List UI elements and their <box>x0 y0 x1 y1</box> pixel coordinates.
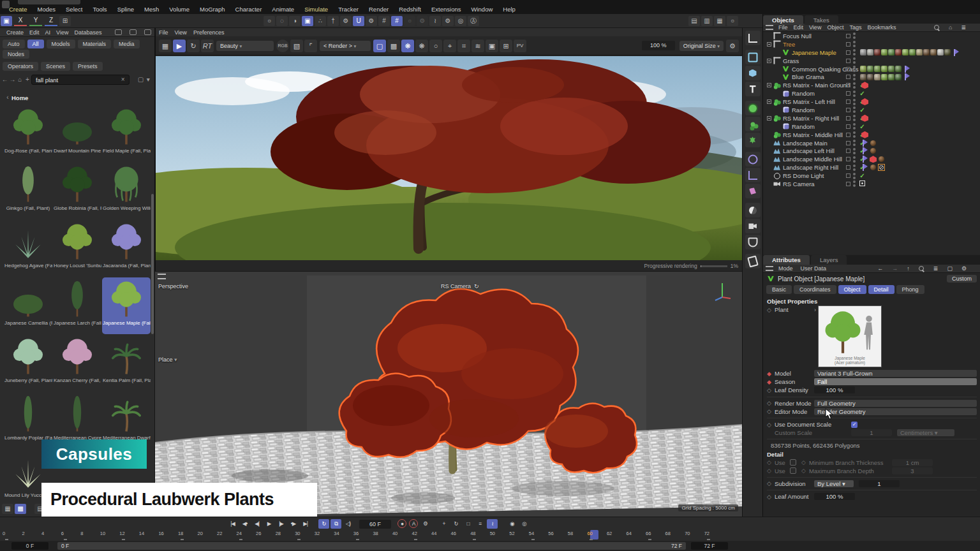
min-branch-use-checkbox[interactable] <box>790 459 796 466</box>
visibility-dots[interactable] <box>853 173 856 179</box>
attribute-tab[interactable]: Phong <box>896 285 924 294</box>
object-menu-item[interactable]: Object <box>827 24 843 31</box>
toolbar-icon[interactable]: ○ <box>404 16 415 26</box>
visibility-dots[interactable] <box>853 156 856 163</box>
attribute-tab[interactable]: Basic <box>766 285 792 294</box>
asset-item[interactable]: Kanzan Cherry (Fall, Pl... <box>53 335 101 392</box>
toolbar-icon[interactable]: ⚙ <box>340 16 352 26</box>
sound-toggle[interactable] <box>343 519 353 529</box>
object-row[interactable]: RS Matrix - Left Hill <box>763 98 980 106</box>
menu-item[interactable]: Help <box>498 4 521 14</box>
model-dropdown[interactable]: Variant 3 Full-Grown <box>814 370 977 377</box>
panel-tab[interactable]: Takes <box>805 15 838 25</box>
userdata-menu[interactable]: User Data <box>801 265 827 272</box>
timeline-tick[interactable]: 28 <box>276 531 295 541</box>
search-icon[interactable] <box>934 25 940 31</box>
asset-item[interactable]: Hedgehog Agave (Fall... <box>4 220 52 277</box>
record-pla[interactable] <box>487 519 498 529</box>
visibility-dots[interactable] <box>853 123 856 129</box>
enable-toggle[interactable] <box>846 173 850 178</box>
tag-icon[interactable] <box>861 156 868 163</box>
visibility-dots[interactable] <box>853 99 856 105</box>
custom-scale-field[interactable]: 1 <box>851 429 892 436</box>
lock-icon[interactable]: ▢ <box>373 40 386 52</box>
asset-item[interactable]: Globe Robinia (Fall, Pl... <box>53 163 101 219</box>
enable-toggle[interactable] <box>846 116 850 121</box>
search-icon[interactable] <box>919 266 924 272</box>
asset-filter-tab[interactable]: Nodes <box>3 50 29 59</box>
timeline-tick[interactable]: 66 <box>646 531 665 541</box>
timeline-tick[interactable]: 0 <box>3 531 22 541</box>
material-swatch[interactable] <box>937 49 944 55</box>
visibility-dots[interactable] <box>853 180 856 187</box>
breadcrumb[interactable]: ‹ Home <box>0 86 154 103</box>
material-swatch[interactable] <box>895 66 902 72</box>
timeline-tick[interactable]: 58 <box>568 531 588 541</box>
tag-icon[interactable] <box>870 147 877 154</box>
visibility-dots[interactable] <box>853 148 856 154</box>
toolbar-icon[interactable]: ◑ <box>289 16 301 26</box>
toolbar-icon[interactable]: ∴ <box>315 16 326 26</box>
object-row[interactable]: Random <box>763 122 980 131</box>
coordinates-icon[interactable]: ▣ <box>1 16 12 26</box>
cloner-icon[interactable] <box>745 117 761 131</box>
next-frame[interactable] <box>276 519 286 529</box>
material-swatch[interactable] <box>895 74 902 80</box>
field-icon[interactable] <box>745 133 761 147</box>
render-icon[interactable]: ○ <box>727 16 738 26</box>
plant-preview-thumbnail[interactable]: Japanese Maple(Acer palmatum) <box>818 305 882 367</box>
timeline-tick[interactable]: 2 <box>22 531 42 541</box>
visibility-dots[interactable] <box>853 66 856 72</box>
up-icon[interactable]: ↑ <box>907 265 910 272</box>
timeline-tick[interactable]: 48 <box>470 531 490 541</box>
rt-toggle[interactable]: RT <box>201 40 214 52</box>
visibility-dots[interactable] <box>853 131 856 138</box>
prev-frame[interactable] <box>251 519 262 529</box>
asset-item[interactable]: Dwarf Mountain Pine (... <box>53 105 101 162</box>
visibility-dots[interactable] <box>853 82 856 89</box>
enable-toggle[interactable] <box>846 75 850 79</box>
asset-filter-tab[interactable]: Models <box>47 40 75 48</box>
asset-item[interactable]: Japanese Larch (Fall, Pl... <box>53 277 101 334</box>
next-key[interactable] <box>288 519 299 529</box>
menu-item[interactable]: Volume <box>164 4 195 14</box>
material-swatch[interactable] <box>867 66 873 72</box>
leaf-density-field[interactable]: 100 % <box>814 386 855 393</box>
range-slider[interactable]: 0 F 72 F <box>57 542 686 550</box>
asset-item[interactable]: Dog-Rose (Fall, Plant) <box>4 105 52 162</box>
state-icon[interactable] <box>859 172 866 179</box>
chevron-down-icon[interactable]: ▾ <box>144 76 152 84</box>
stage-icon[interactable] <box>745 235 761 249</box>
tag-icon[interactable] <box>953 49 960 56</box>
render-slot-dropdown[interactable]: < Render > ▾ <box>320 41 371 51</box>
region-circle-icon[interactable]: ○ <box>429 40 442 52</box>
render-view-menu-item[interactable]: Preferences <box>193 29 225 36</box>
menu-item[interactable]: Window <box>466 4 498 14</box>
timeline-tick[interactable]: 32 <box>315 531 334 541</box>
object-menu-item[interactable]: Bookmarks <box>867 24 896 31</box>
grid-view-icon[interactable]: ▦ <box>2 504 13 514</box>
asset-item[interactable]: Jacaranda (Fall, Plant) <box>102 220 151 277</box>
material-swatch[interactable] <box>902 49 909 55</box>
enable-toggle[interactable] <box>846 59 850 63</box>
timeline-tick[interactable]: 44 <box>431 531 451 541</box>
object-row[interactable]: RS Matrix - Right Hill <box>763 114 980 122</box>
toolbar-icon[interactable]: ◎ <box>455 16 466 26</box>
material-swatch[interactable] <box>888 49 895 55</box>
object-row[interactable]: Tree <box>763 40 980 48</box>
asset-menu-item[interactable]: Databases <box>74 29 101 36</box>
section-detail[interactable]: Detail <box>767 450 977 459</box>
gear-icon[interactable]: ⚙ <box>726 40 739 52</box>
toolbar-icon[interactable]: # <box>378 16 390 26</box>
use-document-scale-checkbox[interactable]: ✓ <box>851 422 858 428</box>
timeline-tick[interactable]: 20 <box>197 531 217 541</box>
object-row[interactable]: Focus Null <box>763 32 980 40</box>
document-tab[interactable] <box>18 0 80 4</box>
asset-item[interactable]: Kentia Palm (Fall, Plant) <box>102 335 151 392</box>
viewport-label[interactable]: Perspective <box>158 283 188 290</box>
asset-menu-item[interactable]: AI <box>45 29 51 36</box>
material-swatch[interactable] <box>867 74 873 80</box>
tag-icon[interactable] <box>861 98 868 105</box>
menu-item[interactable]: Animate <box>267 4 299 14</box>
primitive-cube-icon[interactable] <box>745 66 761 80</box>
